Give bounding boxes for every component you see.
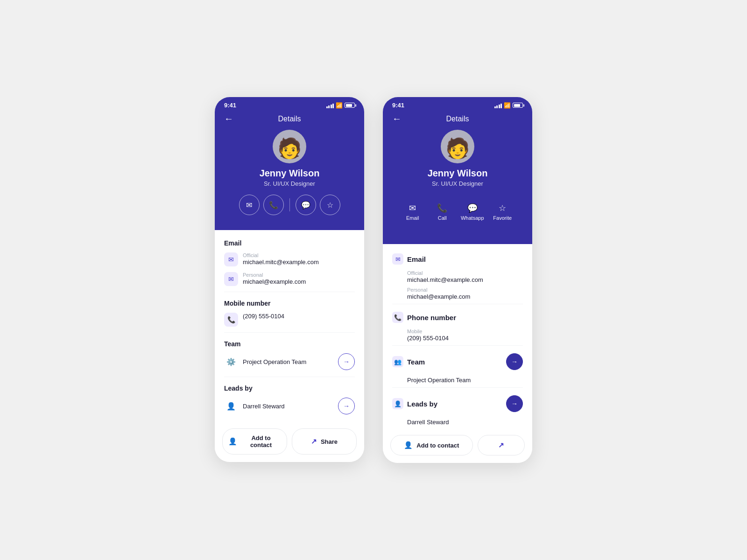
avatar-emoji-1: 🧑 <box>277 139 302 158</box>
share-label-1: Share <box>321 438 338 445</box>
avatar-emoji-2: 🧑 <box>445 139 470 158</box>
leads-section-icon-2: 👤 <box>392 398 403 409</box>
favorite-action-icon-2: ☆ <box>499 203 506 213</box>
divider-4 <box>392 304 523 304</box>
team-arrow-1[interactable]: → <box>338 353 355 370</box>
email-section-1: Email ✉ Official michael.mitc@example.co… <box>224 239 355 286</box>
phone-value-1: (209) 555-0104 <box>243 313 284 320</box>
add-contact-icon-2: 👤 <box>404 441 413 449</box>
share-icon-1: ↗ <box>311 437 317 446</box>
team-header-2: 👥 Team <box>392 356 425 367</box>
phone-section-label-2: Phone number <box>407 314 456 322</box>
page-wrapper: 9:41 📶 ← Details <box>196 69 551 491</box>
phone-1-header: 9:41 📶 ← Details <box>215 97 364 230</box>
favorite-btn-1[interactable]: ☆ <box>320 195 340 215</box>
email-btn-1[interactable]: ✉ <box>239 195 260 215</box>
share-btn-2[interactable]: ↗ <box>478 435 525 455</box>
add-contact-icon-1: 👤 <box>228 437 237 446</box>
email-icon-personal-1: ✉ <box>224 272 238 286</box>
avatar-section-2: 🧑 Jenny Wilson Sr. UI/UX Designer <box>392 130 523 198</box>
nav-bar-1: ← Details <box>224 112 355 130</box>
divider-1 <box>224 292 355 292</box>
share-btn-1[interactable]: ↗ Share <box>292 428 357 455</box>
official-value-2: michael.mitc@example.com <box>407 276 523 283</box>
signal-bars-1 <box>326 103 334 108</box>
leads-row-1: 👤 Darrell Steward → <box>224 398 355 414</box>
wifi-icon-2: 📶 <box>504 102 511 109</box>
back-button-2[interactable]: ← <box>392 113 402 124</box>
mobile-header-1: Mobile number <box>224 300 355 307</box>
status-bar-2: 9:41 📶 <box>392 97 523 112</box>
add-contact-btn-1[interactable]: 👤 Add to contact <box>222 428 287 455</box>
battery-1 <box>345 103 355 108</box>
leads-icon-1: 👤 <box>224 399 238 413</box>
nav-bar-2: ← Details <box>392 112 523 130</box>
email-section-label-2: Email <box>407 255 426 263</box>
official-email-item-1: ✉ Official michael.mitc@example.com <box>224 252 355 266</box>
call-btn-2[interactable]: 📞 Call <box>429 198 455 225</box>
battery-2 <box>513 103 523 108</box>
team-row-2: 👥 Team → <box>392 353 523 370</box>
personal-value-2: michael@example.com <box>407 293 523 300</box>
team-section-2: 👥 Team → Project Operation Team <box>392 353 523 384</box>
email-header-1: Email <box>224 239 355 247</box>
official-label-2: Official <box>407 270 523 276</box>
status-icons-2: 📶 <box>494 102 523 109</box>
mobile-section-1: Mobile number 📞 (209) 555-0104 <box>224 300 355 327</box>
team-value-2: Project Operation Team <box>407 377 523 384</box>
call-action-icon-2: 📞 <box>437 203 447 213</box>
leads-arrow-2[interactable]: → <box>506 395 523 412</box>
email-section-icon-2: ✉ <box>392 253 403 265</box>
team-left-2: 👥 Team <box>392 356 425 367</box>
team-arrow-2[interactable]: → <box>506 353 523 370</box>
personal-email-text-1: Personal michael@example.com <box>243 272 306 285</box>
contact-role-2: Sr. UI/UX Designer <box>432 180 483 187</box>
personal-label-1: Personal <box>243 272 306 278</box>
official-label-1: Official <box>243 252 319 258</box>
avatar-section-1: 🧑 Jenny Wilson Sr. UI/UX Designer ✉ 📞 💬 … <box>224 130 355 219</box>
email-info-2: Official michael.mitc@example.com Person… <box>407 270 523 300</box>
team-left-1: ⚙️ Project Operation Team <box>224 355 306 369</box>
team-header-1: Team <box>224 340 355 348</box>
contact-name-2: Jenny Wilson <box>428 168 488 179</box>
leads-left-2: 👤 Leads by <box>392 398 437 409</box>
call-action-label-2: Call <box>438 215 447 221</box>
add-contact-btn-2[interactable]: 👤 Add to contact <box>390 435 473 455</box>
back-button-1[interactable]: ← <box>224 113 233 124</box>
time-1: 9:41 <box>224 102 236 109</box>
leads-row-2: 👤 Leads by → <box>392 395 523 412</box>
team-value-1: Project Operation Team <box>243 358 306 365</box>
leads-arrow-1[interactable]: → <box>338 398 355 414</box>
leads-value-2: Darrell Steward <box>407 419 523 426</box>
whatsapp-btn-2[interactable]: 💬 Whatsapp <box>459 198 486 225</box>
phone-section-header-2: 📞 Phone number <box>392 312 523 323</box>
signal-bars-2 <box>494 103 502 108</box>
avatar-1: 🧑 <box>273 130 306 163</box>
divider-6 <box>392 387 523 388</box>
official-email-text-1: Official michael.mitc@example.com <box>243 252 319 266</box>
leads-section-label-2: Leads by <box>407 400 437 408</box>
leads-section-2: 👤 Leads by → Darrell Steward <box>392 395 523 426</box>
email-action-icon-2: ✉ <box>409 203 416 213</box>
contact-role-1: Sr. UI/UX Designer <box>264 180 315 187</box>
bottom-bar-2: 👤 Add to contact ↗ <box>383 427 532 463</box>
status-icons-1: 📶 <box>326 102 355 109</box>
favorite-btn-2[interactable]: ☆ Favorite <box>490 198 515 225</box>
phone-info-2: Mobile (209) 555-0104 <box>407 329 523 342</box>
phone-item-1: 📞 (209) 555-0104 <box>224 313 355 327</box>
call-btn-1[interactable]: 📞 <box>263 195 284 215</box>
official-value-1: michael.mitc@example.com <box>243 259 319 266</box>
email-section-header-2: ✉ Email <box>392 253 523 265</box>
share-icon-2: ↗ <box>498 441 504 449</box>
phone-2-header: 9:41 📶 ← Details <box>383 97 532 244</box>
card-body-1: Email ✉ Official michael.mitc@example.co… <box>215 230 364 414</box>
team-icon-1: ⚙️ <box>224 355 238 369</box>
email-icon-official-1: ✉ <box>224 252 238 266</box>
whatsapp-btn-1[interactable]: 💬 <box>296 195 316 215</box>
leads-section-1: Leads by 👤 Darrell Steward → <box>224 385 355 414</box>
action-row-1: ✉ 📞 💬 ☆ <box>237 195 342 215</box>
leads-left-1: 👤 Darrell Steward <box>224 399 285 413</box>
leads-header-1: Leads by <box>224 385 355 392</box>
email-btn-2[interactable]: ✉ Email <box>400 198 425 225</box>
avatar-2: 🧑 <box>441 130 474 163</box>
